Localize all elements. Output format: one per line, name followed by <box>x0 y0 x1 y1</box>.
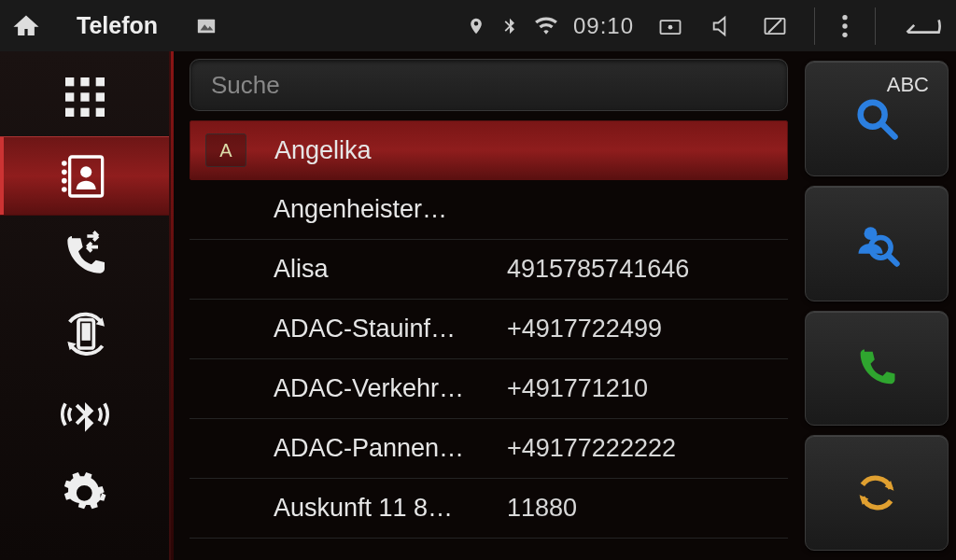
status-bar: Telefon 09:10 <box>0 0 956 51</box>
sidebar-item-contacts[interactable] <box>0 136 169 216</box>
svg-rect-16 <box>80 107 89 116</box>
action-search-contact[interactable] <box>805 186 949 301</box>
action-bar: ABC <box>797 51 956 560</box>
contact-name: ADAC-Stauinf… <box>274 315 488 343</box>
content: Suche AAngelikaAngenheister…Alisa4915785… <box>171 51 797 560</box>
contact-row[interactable]: ADAC-Stauinf…+4917722499 <box>190 300 788 359</box>
svg-line-5 <box>768 20 781 33</box>
contact-number: +49177222222 <box>507 434 676 463</box>
contact-row[interactable]: ADAC-Verkehr…+491771210 <box>190 359 788 419</box>
svg-point-19 <box>80 166 91 177</box>
search-person-icon <box>852 219 901 268</box>
contact-number: +491771210 <box>507 374 648 403</box>
contacts-icon <box>59 150 111 203</box>
abc-label: ABC <box>887 73 929 97</box>
sidebar <box>0 51 171 560</box>
svg-point-21 <box>62 169 67 175</box>
gear-icon <box>59 468 111 520</box>
sidebar-item-bluetooth-audio[interactable] <box>0 374 169 454</box>
svg-line-30 <box>889 256 897 264</box>
svg-rect-17 <box>95 107 104 116</box>
bluetooth-icon <box>500 13 519 39</box>
contact-row[interactable]: AAngelika <box>190 120 788 180</box>
svg-rect-9 <box>65 77 74 86</box>
contact-row[interactable]: ADAC-Pannen…+49177222222 <box>190 419 788 479</box>
contact-name: ADAC-Pannen… <box>274 434 488 463</box>
svg-rect-12 <box>65 92 74 101</box>
bluetooth-audio-icon <box>59 388 111 441</box>
svg-rect-10 <box>80 77 89 86</box>
location-icon <box>467 14 485 38</box>
sidebar-item-dialpad[interactable] <box>0 57 169 136</box>
svg-point-23 <box>62 187 67 192</box>
screen-off-icon[interactable] <box>762 13 788 39</box>
svg-point-22 <box>62 177 67 183</box>
action-search-letter[interactable]: ABC <box>805 61 949 176</box>
sync-icon <box>852 469 901 517</box>
contact-name: Auskunft 11 8… <box>274 494 488 523</box>
svg-rect-13 <box>80 92 89 101</box>
mute-icon[interactable] <box>710 13 736 39</box>
contact-number: 11880 <box>507 494 577 523</box>
home-icon[interactable] <box>13 13 39 39</box>
svg-line-27 <box>883 124 895 136</box>
camera-icon[interactable] <box>657 13 683 39</box>
contact-row[interactable]: Alisa4915785741646 <box>190 240 788 300</box>
wifi-icon <box>534 13 558 39</box>
svg-rect-11 <box>95 77 104 86</box>
contact-name: Angelika <box>274 136 372 165</box>
call-icon <box>852 343 901 392</box>
clock: 09:10 <box>573 13 634 39</box>
sync-phone-icon <box>59 309 111 361</box>
contact-number: 4915785741646 <box>507 255 689 284</box>
svg-point-7 <box>842 23 847 28</box>
app-title: Telefon <box>77 12 158 39</box>
svg-point-8 <box>842 32 847 36</box>
sidebar-item-calllog[interactable] <box>0 216 169 295</box>
contact-name: Alisa <box>274 255 488 284</box>
action-call[interactable] <box>805 311 949 427</box>
contact-row[interactable]: Auskunft 11 8…11880 <box>190 479 788 539</box>
action-sync[interactable] <box>805 435 949 551</box>
contact-row[interactable]: Angenheister… <box>190 180 788 240</box>
sidebar-item-sync-phone[interactable] <box>0 295 169 374</box>
svg-point-6 <box>842 14 847 19</box>
image-icon[interactable] <box>195 16 218 36</box>
dialpad-icon <box>59 71 111 123</box>
search-input[interactable]: Suche <box>190 59 788 111</box>
svg-rect-14 <box>95 92 104 101</box>
contact-name: ADAC-Verkehr… <box>274 374 488 403</box>
svg-rect-0 <box>198 19 215 33</box>
search-icon <box>852 94 901 143</box>
svg-point-3 <box>668 24 673 29</box>
sidebar-item-settings[interactable] <box>0 454 169 533</box>
call-log-icon <box>59 230 111 282</box>
menu-dots-icon[interactable] <box>841 13 849 39</box>
svg-rect-15 <box>65 107 74 116</box>
contact-list[interactable]: AAngelikaAngenheister…Alisa4915785741646… <box>190 120 788 560</box>
svg-point-20 <box>62 161 67 166</box>
back-icon[interactable] <box>902 13 943 39</box>
section-badge: A <box>205 133 246 167</box>
svg-rect-25 <box>81 323 90 341</box>
search-placeholder: Suche <box>211 71 280 100</box>
contact-number: +4917722499 <box>507 315 662 343</box>
contact-name: Angenheister… <box>274 195 488 224</box>
